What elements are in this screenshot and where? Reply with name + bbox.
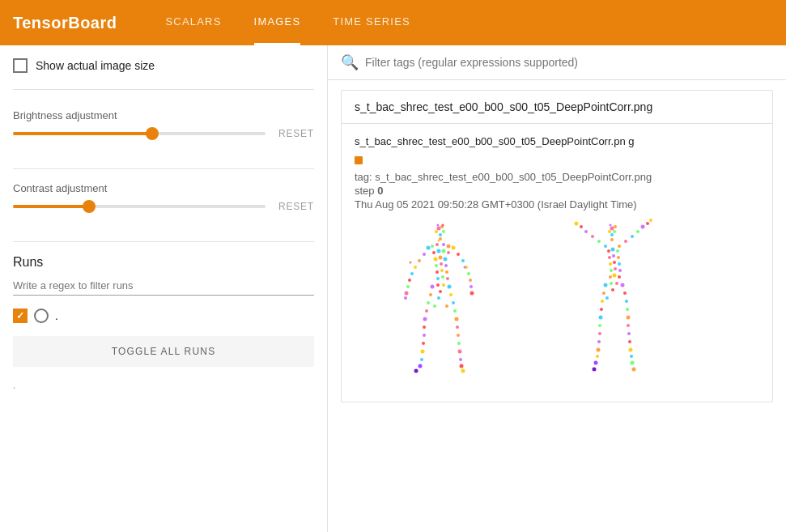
svg-point-99 (607, 249, 610, 253)
svg-point-54 (423, 317, 427, 321)
brightness-reset-button[interactable]: RESET (278, 128, 314, 139)
svg-point-101 (616, 249, 619, 253)
contrast-slider-thumb[interactable] (83, 200, 96, 213)
step-value: 0 (377, 185, 383, 197)
layout: Show actual image size Brightness adjust… (0, 45, 786, 532)
svg-point-16 (432, 251, 435, 254)
svg-point-28 (457, 253, 460, 256)
brightness-slider-track[interactable] (13, 132, 266, 135)
toggle-all-runs-button[interactable]: TOGGLE ALL RUNS (13, 336, 314, 367)
svg-point-20 (423, 253, 426, 256)
svg-point-61 (423, 334, 426, 337)
svg-point-39 (440, 262, 443, 266)
svg-point-31 (467, 272, 470, 275)
svg-point-40 (444, 264, 448, 267)
run-radio[interactable] (34, 309, 49, 323)
svg-point-26 (405, 291, 409, 295)
svg-point-81 (608, 230, 611, 233)
nav-images[interactable]: IMAGES (254, 0, 301, 45)
nav-scalars[interactable]: SCALARS (165, 0, 221, 45)
svg-point-113 (618, 275, 621, 279)
divider-2 (13, 241, 314, 242)
svg-point-72 (461, 368, 465, 372)
svg-point-1 (437, 226, 441, 230)
search-icon: 🔍 (341, 53, 359, 71)
nav-time-series[interactable]: TIME SERIES (333, 0, 410, 45)
svg-point-122 (598, 324, 601, 327)
svg-point-115 (610, 282, 613, 285)
svg-point-93 (624, 240, 627, 243)
svg-point-27 (404, 296, 407, 300)
tag-filter-input[interactable] (365, 56, 773, 69)
svg-point-58 (453, 309, 457, 313)
svg-point-87 (597, 240, 601, 243)
search-bar: 🔍 (328, 45, 786, 80)
brightness-label: Brightness adjustment (13, 109, 314, 121)
svg-point-119 (601, 300, 604, 303)
sidebar-footer: . (13, 380, 314, 391)
svg-point-120 (600, 308, 603, 311)
show-image-size-checkbox[interactable] (13, 58, 28, 73)
svg-point-37 (444, 257, 448, 261)
svg-point-126 (596, 355, 599, 358)
card-tag: tag: s_t_bac_shrec_test_e00_b00_s00_t05_… (355, 171, 759, 183)
svg-point-97 (646, 222, 649, 225)
svg-point-46 (446, 277, 449, 280)
svg-point-64 (420, 358, 423, 361)
svg-point-106 (613, 261, 616, 264)
run-checkbox[interactable] (13, 309, 28, 323)
header: TensorBoard SCALARS IMAGES TIME SERIES (0, 0, 786, 45)
run-dot-label: . (55, 309, 58, 322)
show-image-size-row: Show actual image size (13, 58, 314, 90)
card-dot-row (355, 153, 759, 166)
show-image-size-label: Show actual image size (36, 59, 155, 72)
svg-point-76 (445, 304, 448, 308)
image-figure-left (368, 217, 513, 379)
brightness-slider-thumb[interactable] (146, 127, 159, 140)
svg-point-3 (435, 230, 438, 233)
svg-point-75 (433, 304, 436, 308)
svg-point-80 (614, 225, 617, 228)
svg-point-65 (418, 364, 423, 368)
svg-point-11 (431, 245, 434, 248)
image-card: s_t_bac_shrec_test_e00_b00_s00_t05_DeepP… (341, 90, 773, 402)
svg-point-125 (597, 347, 601, 351)
contrast-slider-track[interactable] (13, 205, 266, 208)
svg-point-49 (442, 283, 445, 287)
card-date: Thu Aug 05 2021 09:50:28 GMT+0300 (Israe… (355, 198, 759, 211)
svg-point-139 (632, 367, 636, 371)
run-items: . (13, 309, 314, 323)
svg-point-84 (610, 223, 612, 226)
sidebar: Show actual image size Brightness adjust… (0, 45, 328, 532)
runs-section: Runs . TOGGLE ALL RUNS (13, 255, 314, 367)
svg-point-60 (456, 326, 459, 329)
svg-point-110 (618, 269, 622, 272)
app-logo: TensorBoard (13, 14, 117, 32)
svg-point-128 (593, 367, 597, 371)
svg-point-44 (436, 277, 440, 280)
runs-title: Runs (13, 255, 314, 270)
svg-point-19 (447, 251, 450, 254)
images-row (355, 211, 759, 392)
svg-point-17 (437, 249, 441, 253)
svg-point-85 (610, 238, 614, 241)
svg-point-123 (598, 332, 601, 335)
svg-point-32 (469, 279, 472, 282)
svg-point-104 (617, 256, 620, 259)
svg-point-116 (615, 282, 618, 285)
svg-point-74 (437, 296, 440, 300)
svg-point-29 (461, 259, 465, 262)
svg-point-45 (441, 275, 444, 279)
svg-point-71 (460, 364, 464, 368)
svg-point-70 (459, 358, 462, 361)
svg-point-138 (631, 360, 635, 364)
svg-point-130 (625, 300, 628, 303)
contrast-reset-button[interactable]: RESET (278, 201, 314, 212)
runs-filter-input[interactable] (13, 276, 314, 296)
svg-point-83 (610, 233, 614, 236)
svg-point-52 (427, 301, 430, 304)
svg-point-103 (612, 254, 615, 257)
svg-point-68 (457, 342, 461, 345)
svg-point-107 (618, 262, 621, 266)
svg-point-95 (636, 230, 639, 233)
